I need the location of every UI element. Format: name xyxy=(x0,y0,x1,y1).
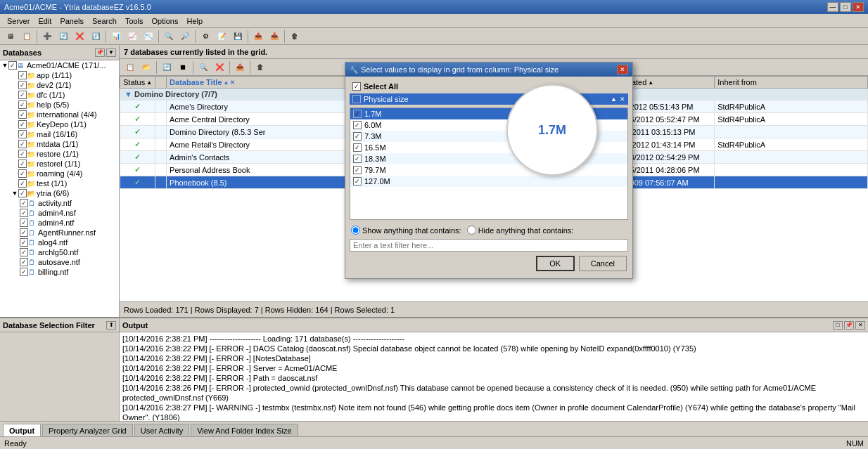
tree-checkbox-international[interactable] xyxy=(18,110,27,119)
output-expand-btn[interactable]: □ xyxy=(833,321,843,330)
tree-checkbox-billing[interactable] xyxy=(20,268,28,276)
tree-item-test[interactable]: ▶ 📁 test (1/1) xyxy=(0,178,119,188)
modal-close-button[interactable]: ✕ xyxy=(617,65,628,74)
tb-btn-4[interactable]: 🔄 xyxy=(56,30,71,44)
expand-icon[interactable]: ▼ xyxy=(1,62,8,69)
col-flag[interactable] xyxy=(155,77,167,89)
tb-btn-11[interactable]: 🔎 xyxy=(177,30,193,44)
tab-view-folder[interactable]: View And Folder Index Size xyxy=(191,424,298,436)
tree-item-restorel[interactable]: ▶ 📁 restorel (1/1) xyxy=(0,159,119,169)
tb-btn-17[interactable]: 🗑 xyxy=(287,30,302,44)
tree-item-agentrunner[interactable]: 🗒 AgentRunner.nsf xyxy=(0,228,119,237)
tree-checkbox-mtdata[interactable] xyxy=(18,140,27,148)
tree-checkbox-roaming[interactable] xyxy=(18,169,27,178)
tree-item-roaming[interactable]: ▶ 📁 roaming (4/4) xyxy=(0,169,119,178)
show-radio-label[interactable]: Show anything that contains: xyxy=(351,226,461,235)
col-inherit[interactable]: Inherit from xyxy=(715,77,868,89)
tree-checkbox-test[interactable] xyxy=(18,179,27,188)
sidebar-menu-btn[interactable]: ▼ xyxy=(106,48,116,57)
tree-checkbox-admin4nsf[interactable] xyxy=(20,209,28,217)
tree-checkbox-help[interactable] xyxy=(18,100,27,109)
menu-server[interactable]: Server xyxy=(3,16,34,26)
sidebar-pin-btn[interactable]: 📌 xyxy=(95,48,105,57)
output-menu-btn[interactable]: ✕ xyxy=(855,321,865,330)
modal-list-item[interactable]: 6.0M xyxy=(350,119,627,131)
tree-item-international[interactable]: ▶ 📁 international (4/4) xyxy=(0,110,119,119)
grid-tb-btn-filter[interactable]: 🔍 xyxy=(196,60,211,74)
tb-btn-3[interactable]: ➕ xyxy=(39,30,55,44)
hide-radio-label[interactable]: Hide anything that contains: xyxy=(467,226,574,235)
hide-radio[interactable] xyxy=(467,226,476,235)
grid-tb-btn-refresh[interactable]: 🔄 xyxy=(159,60,174,74)
tree-item-dev2[interactable]: ▶ 📁 dev2 (1/1) xyxy=(0,80,119,90)
tree-checkbox-mail[interactable] xyxy=(18,130,27,138)
modal-list-item[interactable]: 127.0M xyxy=(350,176,627,187)
tb-btn-2[interactable]: 📋 xyxy=(19,30,34,44)
show-radio[interactable] xyxy=(351,226,360,235)
maximize-button[interactable]: □ xyxy=(840,2,851,12)
tree-item-mtdata[interactable]: ▶ 📁 mtdata (1/1) xyxy=(0,139,119,149)
tb-btn-7[interactable]: 📊 xyxy=(108,30,124,44)
select-all-checkbox[interactable] xyxy=(352,82,361,91)
grid-tb-btn-export[interactable]: 📤 xyxy=(232,60,248,74)
tree-checkbox-ytria[interactable] xyxy=(18,189,27,197)
tab-property-analyzer[interactable]: Property Analyzer Grid xyxy=(42,424,133,436)
tb-btn-13[interactable]: 📝 xyxy=(214,30,229,44)
tree-checkbox-agentrunner[interactable] xyxy=(20,228,28,237)
grid-tb-btn-trash[interactable]: 🗑 xyxy=(253,60,268,74)
menu-edit[interactable]: Edit xyxy=(34,16,56,26)
tree-checkbox-dev2[interactable] xyxy=(18,81,27,89)
tree-item-restore[interactable]: ▶ 📁 restore (1/1) xyxy=(0,149,119,159)
list-item-checkbox-4[interactable] xyxy=(353,155,362,163)
tree-item-ytria[interactable]: ▼ 📂 ytria (6/6) xyxy=(0,188,119,198)
tb-btn-1[interactable]: 🖥 xyxy=(3,30,18,44)
grid-tb-btn-clear[interactable]: ❌ xyxy=(212,60,227,74)
tree-checkbox-admin4ntf[interactable] xyxy=(20,219,28,227)
grid-tb-btn-new[interactable]: 📋 xyxy=(122,60,138,74)
col-status[interactable]: Status▲ xyxy=(120,77,155,89)
filter-text-input[interactable] xyxy=(350,239,628,252)
tb-btn-8[interactable]: 📈 xyxy=(125,30,140,44)
tree-item-mail[interactable]: ▶ 📁 mail (16/16) xyxy=(0,129,119,139)
tb-btn-16[interactable]: 📥 xyxy=(267,30,282,44)
tree-item-alog4[interactable]: 🗒 alog4.ntf xyxy=(0,237,119,247)
tree-checkbox-autosave[interactable] xyxy=(20,258,28,266)
db-filter-pin-btn[interactable]: ⬆ xyxy=(106,321,116,330)
close-button[interactable]: ✕ xyxy=(853,2,864,12)
tb-btn-10[interactable]: 🔍 xyxy=(161,30,177,44)
list-item-checkbox-1[interactable] xyxy=(353,121,362,129)
minimize-button[interactable]: — xyxy=(827,2,838,12)
tree-checkbox-activity[interactable] xyxy=(20,199,28,207)
grid-tb-btn-stop[interactable]: ⏹ xyxy=(175,60,191,74)
menu-search[interactable]: Search xyxy=(88,16,121,26)
modal-list-item[interactable]: 18.3M xyxy=(350,153,627,164)
tree-checkbox-dfc[interactable] xyxy=(18,91,27,99)
menu-help[interactable]: Help xyxy=(182,16,207,26)
tree-checkbox-app[interactable] xyxy=(18,71,27,79)
tb-btn-12[interactable]: ⚙ xyxy=(198,30,213,44)
tree-item-admin4nsf[interactable]: 🗒 admin4.nsf xyxy=(0,208,119,218)
tree-item-billing[interactable]: 🗒 billing.ntf xyxy=(0,267,119,277)
list-item-checkbox-0[interactable] xyxy=(353,110,362,118)
tree-checkbox-restore[interactable] xyxy=(18,150,27,158)
list-item-checkbox-5[interactable] xyxy=(353,166,362,174)
tree-item-dfc[interactable]: ▶ 📁 dfc (1/1) xyxy=(0,90,119,100)
modal-list-item[interactable]: 1.7M xyxy=(350,108,627,119)
tb-btn-5[interactable]: ❌ xyxy=(72,30,87,44)
tree-item-activity[interactable]: 🗒 activity.ntf xyxy=(0,198,119,208)
menu-panels[interactable]: Panels xyxy=(56,16,88,26)
tb-btn-14[interactable]: 💾 xyxy=(230,30,245,44)
tree-checkbox-keydepo[interactable] xyxy=(18,120,27,129)
menu-tools[interactable]: Tools xyxy=(121,16,148,26)
modal-list-item[interactable]: 79.7M xyxy=(350,164,627,176)
tree-item-help[interactable]: ▶ 📁 help (5/5) xyxy=(0,100,119,110)
modal-cancel-button[interactable]: Cancel xyxy=(579,256,627,271)
tree-item-root[interactable]: ▼ 🖥 Acme01/ACME (171/... xyxy=(0,60,119,70)
modal-header-checkbox[interactable] xyxy=(352,95,361,103)
select-all-row[interactable]: Select All xyxy=(350,81,628,92)
tree-checkbox-root[interactable] xyxy=(8,61,17,70)
tree-checkbox-alog4[interactable] xyxy=(20,238,28,247)
grid-tb-btn-open[interactable]: 📂 xyxy=(139,60,154,74)
modal-ok-button[interactable]: OK xyxy=(536,256,575,271)
list-item-checkbox-2[interactable] xyxy=(353,132,362,141)
